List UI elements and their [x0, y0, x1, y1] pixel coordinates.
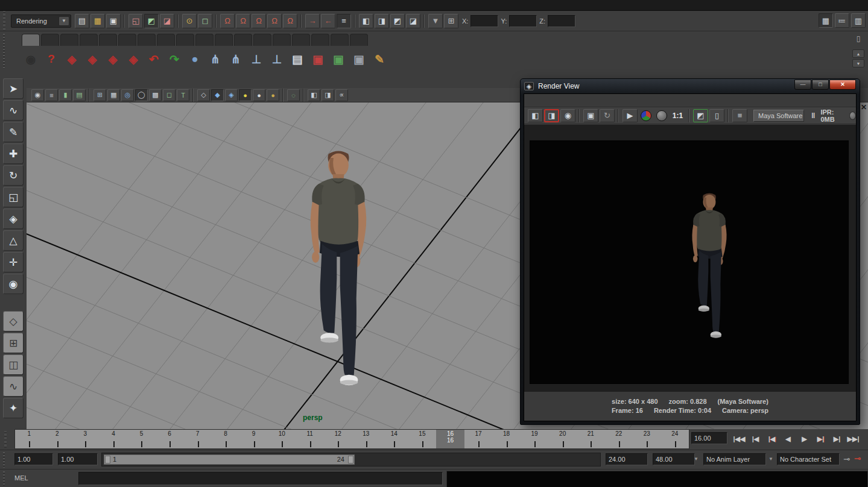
- mel-command-input[interactable]: [78, 472, 443, 485]
- shelf-tab[interactable]: [138, 34, 156, 46]
- command-line-grip[interactable]: [1, 471, 7, 486]
- move-tool[interactable]: ✚: [3, 143, 24, 164]
- snap-to-grid-icon[interactable]: Ω: [220, 14, 235, 28]
- playback-start-field[interactable]: [58, 453, 98, 465]
- field-chart-icon[interactable]: ▩: [149, 89, 162, 101]
- open-scene-icon[interactable]: ▦: [90, 14, 105, 28]
- step-back-key-button[interactable]: |◀: [764, 431, 779, 447]
- shelf-tab[interactable]: [350, 34, 368, 46]
- timeline-frame[interactable]: 19: [521, 430, 549, 448]
- poly-cube-icon[interactable]: ▣: [350, 50, 368, 68]
- timeline-frame[interactable]: 20: [548, 430, 577, 448]
- timeline-frame[interactable]: 2: [43, 430, 72, 448]
- group-icon[interactable]: ⋔: [206, 50, 224, 68]
- gate-mask-icon[interactable]: ◯: [135, 89, 148, 101]
- snap-to-view-plane-icon[interactable]: Ω: [267, 14, 282, 28]
- shelf-tab[interactable]: [22, 34, 40, 46]
- shelf-tab[interactable]: [234, 34, 252, 46]
- open-render-settings-icon[interactable]: ≡: [732, 109, 747, 122]
- lasso-select-tool[interactable]: ∿: [3, 100, 24, 121]
- chevron-down-icon[interactable]: ▼: [694, 456, 699, 462]
- grid-icon[interactable]: ⊞: [93, 89, 106, 101]
- display-alpha-channel-icon[interactable]: [656, 110, 667, 121]
- trash-icon[interactable]: ▯: [854, 34, 863, 43]
- make-live-icon[interactable]: Ω: [283, 14, 297, 28]
- shelf-tab[interactable]: [311, 34, 329, 46]
- unparent-icon[interactable]: ⊥: [268, 50, 286, 68]
- select-by-object-icon[interactable]: ◩: [144, 14, 159, 28]
- animation-start-field[interactable]: [14, 453, 53, 465]
- output-connections-icon[interactable]: ←: [321, 14, 335, 28]
- lock-selection-icon[interactable]: ⊙: [182, 14, 197, 28]
- save-scene-icon[interactable]: ▣: [106, 14, 121, 28]
- parent-icon[interactable]: ⊥: [247, 50, 265, 68]
- use-all-lights-icon[interactable]: ●: [239, 89, 252, 101]
- ambient-occlusion-icon[interactable]: ●: [267, 89, 279, 101]
- step-forward-key-button[interactable]: ▶|: [813, 431, 828, 447]
- timeline-frame[interactable]: 15: [408, 430, 437, 448]
- close-icon[interactable]: ✕: [861, 103, 867, 112]
- timeline-frame[interactable]: 14: [380, 430, 408, 448]
- play-backwards-button[interactable]: ◀: [781, 431, 796, 447]
- pause-ipr-icon[interactable]: ‖: [811, 111, 816, 120]
- camera-tumble-icon[interactable]: ◈: [63, 50, 81, 68]
- close-button[interactable]: ✕: [829, 80, 856, 90]
- renderer-selector[interactable]: Maya Software: [753, 110, 804, 122]
- timeline-frame[interactable]: 4: [100, 430, 128, 448]
- safe-action-icon[interactable]: ◻: [163, 89, 176, 101]
- playblast-icon[interactable]: ◉: [22, 50, 40, 68]
- timeline-frame[interactable]: 24: [661, 430, 689, 448]
- image-plane-icon[interactable]: ▤: [73, 89, 86, 101]
- timeline-frame[interactable]: 13: [352, 430, 381, 448]
- shelf-tab[interactable]: [215, 34, 233, 46]
- render-view-window[interactable]: ◈ Render View —□✕ ◧◨◉▣↻▶1:1◩▯≡ Maya Soft…: [520, 78, 860, 425]
- render-sequence-icon[interactable]: ▶: [622, 109, 638, 122]
- rotate-tool[interactable]: ↻: [3, 165, 24, 186]
- shelf-tab[interactable]: [331, 34, 349, 46]
- delete-history-icon[interactable]: ✎: [370, 50, 388, 68]
- universal-manipulator-tool[interactable]: ◈: [3, 209, 24, 229]
- timeline-frame[interactable]: 21: [577, 430, 605, 448]
- timeline-frame[interactable]: 18: [492, 430, 521, 448]
- last-tool-used[interactable]: ◉: [3, 274, 24, 294]
- shelf-tab[interactable]: [273, 34, 291, 46]
- resolution-gate-icon[interactable]: ◎: [121, 89, 134, 101]
- shelf-tab[interactable]: [176, 34, 194, 46]
- timeline-frame[interactable]: 11: [296, 430, 324, 448]
- mel-label[interactable]: MEL: [14, 474, 28, 482]
- tool-settings-icon[interactable]: ≔: [835, 13, 849, 28]
- show-manipulator-tool[interactable]: ✛: [3, 252, 24, 272]
- render-view-titlebar[interactable]: ◈ Render View —□✕: [521, 79, 860, 93]
- bookmarks-icon[interactable]: ▮: [59, 89, 72, 101]
- range-start-handle[interactable]: [105, 456, 110, 463]
- delete-unused-icon[interactable]: ●: [186, 50, 204, 68]
- animation-end-field[interactable]: [653, 453, 695, 465]
- shelf-tab[interactable]: [195, 34, 214, 46]
- shelf-scroll-up-button[interactable]: ▲: [852, 49, 864, 58]
- time-slider[interactable]: 1234567891011121314151616171819202122232…: [14, 429, 689, 449]
- attribute-editor-icon[interactable]: ▦: [819, 13, 833, 28]
- timeline-frame[interactable]: 9: [239, 430, 268, 448]
- render-current-frame-icon[interactable]: ◨: [375, 14, 389, 28]
- chevron-down-icon[interactable]: ▼: [768, 456, 773, 462]
- auto-keyframe-icon[interactable]: ⊸: [854, 454, 861, 463]
- character-set-field[interactable]: [777, 453, 840, 465]
- menu-set-selector[interactable]: Rendering ▼: [11, 14, 71, 28]
- soft-modification-tool[interactable]: △: [3, 230, 24, 251]
- rendered-image[interactable]: [530, 140, 849, 384]
- snap-to-point-icon[interactable]: Ω: [252, 14, 266, 28]
- layout-single-pane[interactable]: ◇: [3, 311, 24, 331]
- redo-previous-render-icon[interactable]: ◧: [528, 109, 543, 122]
- channel-box-icon[interactable]: ▥: [851, 13, 866, 28]
- construction-history-icon[interactable]: ≡: [337, 14, 351, 28]
- layout-persp-graph[interactable]: ∿: [3, 376, 24, 397]
- ipr-render-icon[interactable]: ◩: [390, 14, 405, 28]
- select-tool[interactable]: ➤: [3, 78, 24, 99]
- select-by-hierarchy-icon[interactable]: ◱: [128, 14, 143, 28]
- display-rgb-channels-icon[interactable]: [641, 110, 651, 121]
- keep-image-icon[interactable]: ◩: [693, 109, 708, 122]
- step-forward-frame-button[interactable]: ▶|: [829, 431, 844, 447]
- shelf-tab[interactable]: [118, 34, 136, 46]
- timeline-frame[interactable]: 1616: [436, 430, 464, 448]
- shelf-tab[interactable]: [99, 34, 117, 46]
